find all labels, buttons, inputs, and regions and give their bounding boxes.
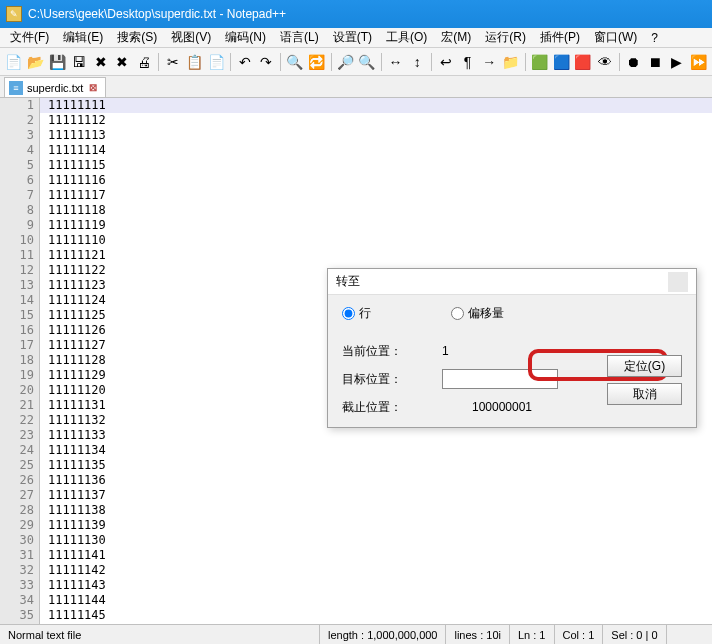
saveall-icon[interactable]: 🖫: [69, 51, 89, 73]
radio-line[interactable]: 行: [342, 305, 371, 322]
func2-icon[interactable]: 🟦: [551, 51, 571, 73]
target-pos-input[interactable]: [442, 369, 558, 389]
code-line[interactable]: 11111116: [40, 173, 712, 188]
radio-offset[interactable]: 偏移量: [451, 305, 504, 322]
line-text: 11111113: [48, 128, 106, 143]
menu-edit[interactable]: 编辑(E): [57, 27, 109, 48]
menu-file[interactable]: 文件(F): [4, 27, 55, 48]
cancel-button[interactable]: 取消: [607, 383, 682, 405]
monitor-icon[interactable]: 👁: [595, 51, 615, 73]
code-line[interactable]: 11111115: [40, 158, 712, 173]
menu-help[interactable]: ?: [645, 29, 664, 47]
allchars-icon[interactable]: ¶: [458, 51, 478, 73]
menu-settings[interactable]: 设置(T): [327, 27, 378, 48]
cut-icon[interactable]: ✂: [163, 51, 183, 73]
func1-icon[interactable]: 🟩: [530, 51, 550, 73]
file-tab[interactable]: ≡ superdic.txt ⊠: [4, 77, 106, 97]
code-line[interactable]: 11111112: [40, 113, 712, 128]
line-number: 4: [0, 143, 34, 158]
code-line[interactable]: 11111119: [40, 218, 712, 233]
play-icon[interactable]: ▶: [667, 51, 687, 73]
code-line[interactable]: 11111117: [40, 188, 712, 203]
line-number: 11: [0, 248, 34, 263]
code-line[interactable]: 11111114: [40, 143, 712, 158]
menu-window[interactable]: 窗口(W): [588, 27, 643, 48]
radio-offset-input[interactable]: [451, 307, 464, 320]
line-text: 11111133: [48, 428, 106, 443]
code-line[interactable]: 11111118: [40, 203, 712, 218]
status-sel: Sel : 0 | 0: [603, 625, 666, 644]
code-line[interactable]: 11111113: [40, 128, 712, 143]
menu-tools[interactable]: 工具(O): [380, 27, 433, 48]
target-pos-label: 目标位置：: [342, 371, 442, 388]
line-number: 9: [0, 218, 34, 233]
code-line[interactable]: 11111143: [40, 578, 712, 593]
line-number: 16: [0, 323, 34, 338]
redo-icon[interactable]: ↷: [257, 51, 277, 73]
menu-encoding[interactable]: 编码(N): [219, 27, 272, 48]
menu-plugins[interactable]: 插件(P): [534, 27, 586, 48]
code-line[interactable]: 11111111: [40, 98, 712, 113]
line-number: 12: [0, 263, 34, 278]
stop-icon[interactable]: ⏹: [645, 51, 665, 73]
code-line[interactable]: 11111121: [40, 248, 712, 263]
goto-dialog: 转至 行 偏移量 当前位置： 1 目标位置： 截止位置： 100000001: [327, 268, 697, 428]
line-number: 8: [0, 203, 34, 218]
undo-icon[interactable]: ↶: [235, 51, 255, 73]
menu-language[interactable]: 语言(L): [274, 27, 325, 48]
code-line[interactable]: 11111137: [40, 488, 712, 503]
radio-line-input[interactable]: [342, 307, 355, 320]
code-line[interactable]: 11111139: [40, 518, 712, 533]
goto-button[interactable]: 定位(G): [607, 355, 682, 377]
code-line[interactable]: 11111142: [40, 563, 712, 578]
code-line[interactable]: 11111141: [40, 548, 712, 563]
status-length: length : 1,000,000,000: [320, 625, 446, 644]
tab-close-icon[interactable]: ⊠: [87, 82, 99, 94]
line-text: 11111145: [48, 608, 106, 623]
find-icon[interactable]: 🔍: [285, 51, 305, 73]
line-number: 33: [0, 578, 34, 593]
menu-view[interactable]: 视图(V): [165, 27, 217, 48]
code-line[interactable]: 11111138: [40, 503, 712, 518]
sync-h-icon[interactable]: ↔: [386, 51, 406, 73]
code-line[interactable]: 11111145: [40, 608, 712, 623]
record-icon[interactable]: ⏺: [623, 51, 643, 73]
line-number: 35: [0, 608, 34, 623]
line-number: 20: [0, 383, 34, 398]
play-multi-icon[interactable]: ⏩: [689, 51, 709, 73]
code-line[interactable]: 11111135: [40, 458, 712, 473]
close-icon[interactable]: ✖: [91, 51, 111, 73]
line-text: 11111128: [48, 353, 106, 368]
indent-icon[interactable]: →: [479, 51, 499, 73]
code-line[interactable]: 11111110: [40, 233, 712, 248]
code-line[interactable]: 11111136: [40, 473, 712, 488]
func3-icon[interactable]: 🟥: [573, 51, 593, 73]
paste-icon[interactable]: 📄: [206, 51, 226, 73]
line-number: 26: [0, 473, 34, 488]
zoomout-icon[interactable]: 🔍: [357, 51, 377, 73]
line-number: 19: [0, 368, 34, 383]
menu-macro[interactable]: 宏(M): [435, 27, 477, 48]
separator: [280, 53, 281, 71]
new-icon[interactable]: 📄: [4, 51, 24, 73]
menu-search[interactable]: 搜索(S): [111, 27, 163, 48]
closeall-icon[interactable]: ✖: [113, 51, 133, 73]
menu-run[interactable]: 运行(R): [479, 27, 532, 48]
line-text: 11111118: [48, 203, 106, 218]
dialog-close-icon[interactable]: [668, 272, 688, 292]
code-line[interactable]: 11111134: [40, 443, 712, 458]
code-line[interactable]: 11111130: [40, 533, 712, 548]
wrap-icon[interactable]: ↩: [436, 51, 456, 73]
code-line[interactable]: 11111144: [40, 593, 712, 608]
save-icon[interactable]: 💾: [47, 51, 67, 73]
replace-icon[interactable]: 🔁: [307, 51, 327, 73]
line-number: 15: [0, 308, 34, 323]
folder-icon[interactable]: 📁: [501, 51, 521, 73]
line-text: 11111125: [48, 308, 106, 323]
open-icon[interactable]: 📂: [26, 51, 46, 73]
sync-v-icon[interactable]: ↕: [407, 51, 427, 73]
print-icon[interactable]: 🖨: [134, 51, 154, 73]
zoomin-icon[interactable]: 🔎: [335, 51, 355, 73]
dialog-titlebar[interactable]: 转至: [328, 269, 696, 295]
copy-icon[interactable]: 📋: [185, 51, 205, 73]
